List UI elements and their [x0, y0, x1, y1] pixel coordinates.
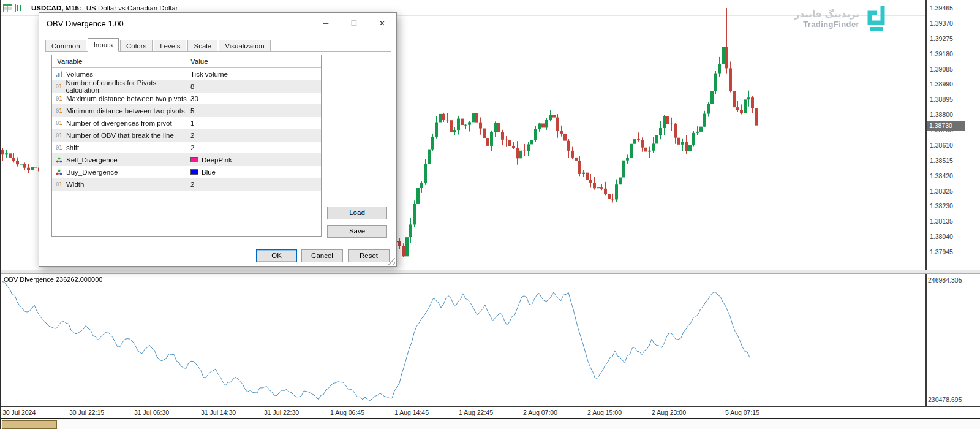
param-name: Number of candles for Pivots calculation: [66, 79, 187, 94]
minimize-button[interactable]: ─: [312, 13, 340, 34]
price-label: 1.38230: [930, 202, 953, 210]
obv-divergence-dialog: OBV Divergence 1.00 ─ ☐ ✕ CommonInputsCo…: [39, 12, 397, 267]
param-value: 5: [190, 107, 194, 115]
price-label: 1.38325: [930, 188, 953, 195]
price-label: 1.38135: [930, 218, 953, 225]
tradingfinder-watermark: تریدینگ فایندر TradingFinder: [759, 4, 888, 34]
price-label: 1.38895: [930, 96, 953, 103]
param-row[interactable]: 01Maximum distance between two pivots30: [52, 93, 321, 105]
price-label: 1.38610: [930, 142, 953, 149]
param-value: Blue: [202, 169, 216, 176]
dialog-tabs: CommonInputsColorsLevelsScaleVisualizati…: [45, 39, 391, 52]
time-axis[interactable]: 30 Jul 202430 Jul 22:1531 Jul 06:3031 Ju…: [1, 406, 980, 418]
param-row[interactable]: 01Number of OBV that break the line2: [52, 129, 321, 142]
load-button[interactable]: Load: [327, 207, 387, 219]
price-scale[interactable]: 1.394651.393701.392751.391801.390851.389…: [927, 0, 980, 270]
maximize-button[interactable]: ☐: [340, 13, 368, 34]
tab-visualization[interactable]: Visualization: [219, 40, 270, 51]
params-table-body: VolumesTick volume01Number of candles fo…: [52, 68, 321, 191]
param-name: Buy_Divergence: [66, 169, 118, 176]
tab-colors[interactable]: Colors: [120, 40, 153, 51]
panel-splitter[interactable]: [1, 270, 980, 274]
numeric-param-icon: 01: [55, 96, 63, 102]
tab-inputs[interactable]: Inputs: [88, 38, 119, 52]
numeric-param-icon: 01: [55, 181, 63, 188]
param-name: Sell_Divergence: [66, 156, 118, 164]
param-value: 30: [190, 95, 198, 102]
numeric-param-icon: 01: [55, 83, 63, 89]
param-row[interactable]: 01shift2: [52, 142, 321, 154]
brand-name-farsi: تریدینگ فایندر: [794, 9, 859, 20]
time-label: 5 Aug 07:15: [725, 409, 760, 416]
param-name: Width: [66, 181, 84, 188]
price-label: 1.38420: [930, 172, 953, 180]
volumes-icon: [55, 70, 63, 78]
param-row[interactable]: Buy_DivergenceBlue: [52, 166, 321, 178]
obv-indicator-label: OBV Divergence 236262.000000: [4, 276, 102, 283]
color-param-icon: [55, 169, 63, 176]
window-controls: ─ ☐ ✕: [312, 13, 396, 34]
bottom-bar: [1, 418, 980, 429]
param-row[interactable]: 01Number of divergences from pivot1: [52, 117, 321, 129]
watermark-text: تریدینگ فایندر TradingFinder: [794, 9, 859, 30]
time-label: 2 Aug 23:00: [652, 409, 686, 416]
obv-scale-min: 230478.695: [928, 396, 962, 403]
param-name: Number of OBV that break the line: [66, 132, 174, 139]
price-label: 1.37945: [930, 248, 953, 256]
param-row[interactable]: 01Width2: [52, 178, 321, 191]
tradingfinder-logo-icon: [865, 4, 888, 34]
reset-button[interactable]: Reset: [348, 249, 390, 262]
time-label: 1 Aug 14:45: [394, 409, 429, 416]
param-name: Number of divergences from pivot: [66, 120, 172, 127]
params-table: Variable Value VolumesTick volume01Numbe…: [51, 55, 322, 237]
bottom-tab[interactable]: [2, 420, 57, 429]
time-label: 31 Jul 06:30: [134, 409, 169, 416]
tab-levels[interactable]: Levels: [154, 40, 186, 51]
numeric-param-icon: 01: [55, 145, 63, 151]
param-row[interactable]: Sell_DivergenceDeepPink: [52, 154, 321, 166]
time-label: 1 Aug 22:45: [459, 409, 493, 416]
price-label: 1.39370: [930, 20, 953, 27]
price-label: 1.39465: [930, 4, 953, 12]
candle-chart-icon[interactable]: [15, 4, 24, 12]
param-row[interactable]: 01Minimum distance between two pivots5: [52, 105, 321, 117]
time-label: 31 Jul 14:30: [201, 409, 236, 416]
tab-common[interactable]: Common: [45, 40, 86, 51]
tab-scale[interactable]: Scale: [187, 40, 217, 51]
brand-name-english: TradingFinder: [794, 20, 859, 29]
obv-scale-max: 246984.305: [928, 276, 962, 284]
param-name: Volumes: [66, 70, 93, 78]
numeric-param-icon: 01: [55, 132, 63, 139]
obv-canvas[interactable]: [1, 274, 925, 406]
price-label: 1.38800: [930, 111, 953, 118]
symbol-title: USDCAD, M15:: [31, 4, 81, 12]
mt5-window: USDCAD, M15: US Dollar vs Canadian Dolla…: [0, 0, 980, 429]
param-value: 8: [190, 83, 194, 90]
time-label: 2 Aug 15:00: [587, 409, 622, 416]
symbol-description: US Dollar vs Canadian Dollar: [86, 4, 178, 12]
obv-indicator-panel: OBV Divergence 236262.000000: [1, 274, 925, 406]
grid-chart-icon[interactable]: [3, 4, 12, 12]
dialog-titlebar[interactable]: OBV Divergence 1.00 ─ ☐ ✕: [39, 13, 396, 34]
cancel-button[interactable]: Cancel: [301, 249, 343, 262]
param-name: shift: [66, 144, 79, 151]
price-label: 1.38040: [930, 233, 953, 240]
numeric-param-icon: 01: [55, 120, 63, 126]
params-table-header: Variable Value: [52, 55, 321, 68]
param-value: 2: [190, 144, 194, 151]
time-label: 2 Aug 07:00: [523, 409, 557, 416]
time-label: 1 Aug 06:45: [330, 409, 364, 416]
param-row[interactable]: 01Number of candles for Pivots calculati…: [52, 80, 321, 93]
time-label: 30 Jul 2024: [2, 409, 36, 416]
header-value: Value: [187, 55, 321, 67]
param-value: 2: [190, 181, 194, 188]
param-value: Tick volume: [190, 70, 228, 78]
numeric-param-icon: 01: [55, 108, 63, 114]
ok-button[interactable]: OK: [256, 249, 297, 262]
price-label: 1.38990: [930, 80, 953, 88]
close-button[interactable]: ✕: [368, 13, 396, 34]
dialog-title: OBV Divergence 1.00: [47, 19, 124, 28]
param-value: 1: [190, 120, 194, 127]
color-swatch: [190, 169, 198, 175]
save-button[interactable]: Save: [327, 225, 387, 238]
